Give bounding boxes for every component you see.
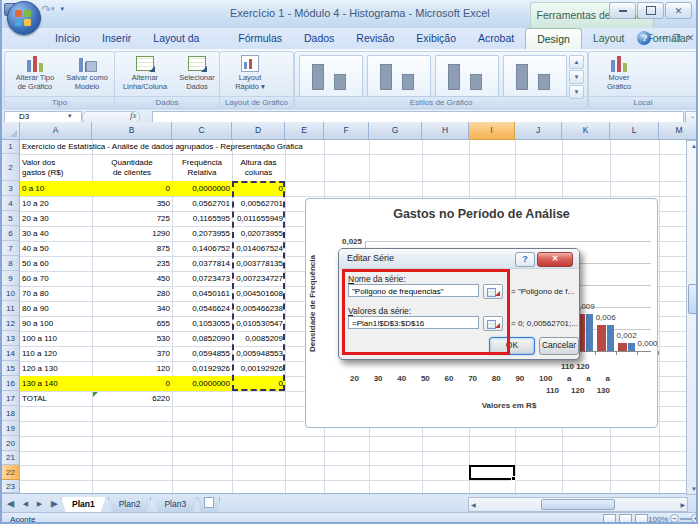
column-header-I[interactable]: I	[469, 122, 515, 140]
fill-handle[interactable]	[511, 476, 516, 481]
row-header-9[interactable]: 9	[2, 271, 20, 286]
cell[interactable]: 530	[92, 331, 172, 346]
column-header-F[interactable]: F	[324, 122, 369, 140]
cell[interactable]: Altura das colunas	[232, 154, 285, 181]
cell[interactable]: 0 a 10	[20, 181, 92, 196]
tab-acrobat[interactable]: Acrobat	[467, 28, 525, 49]
workbook-close-icon[interactable]: ✕	[686, 31, 694, 45]
row-header-15[interactable]: 15	[2, 361, 20, 376]
cell[interactable]: 0,0000000	[172, 376, 232, 391]
cell[interactable]: 655	[92, 316, 172, 331]
tab-layout[interactable]: Layout	[582, 28, 636, 49]
row-header-17[interactable]: 17	[2, 391, 20, 406]
scroll-right-icon[interactable]: ▶	[680, 501, 685, 508]
tab-fórmulas[interactable]: Fórmulas	[227, 28, 293, 49]
next-sheet-icon[interactable]: ▶	[33, 497, 46, 510]
active-cell[interactable]	[469, 465, 515, 480]
cell[interactable]: 370	[92, 346, 172, 361]
workbook-minimize-icon[interactable]: —	[657, 31, 666, 45]
column-header-C[interactable]: C	[172, 122, 232, 140]
sheet-title-cell[interactable]: Exercício de Estatística - Análise de da…	[20, 140, 420, 154]
scroll-left-icon[interactable]: ◀	[471, 501, 476, 508]
vertical-scrollbar[interactable]: ▲ ▼	[686, 140, 698, 495]
column-header-D[interactable]: D	[232, 122, 285, 140]
cancel-button[interactable]: Cancelar	[539, 337, 579, 355]
chart-style-thumbnail-2[interactable]	[367, 55, 431, 97]
cell[interactable]: 0,0450161	[172, 286, 232, 301]
cell[interactable]: 6220	[92, 391, 172, 406]
row-header-11[interactable]: 11	[2, 301, 20, 316]
cell[interactable]: 0	[92, 181, 172, 196]
gallery-more-icon[interactable]: ▼	[569, 85, 584, 99]
row-header-19[interactable]: 19	[2, 421, 20, 436]
minimize-icon[interactable]	[609, 2, 636, 19]
cell[interactable]: 130 a 140	[20, 376, 92, 391]
column-header-H[interactable]: H	[422, 122, 469, 140]
cell[interactable]: 340	[92, 301, 172, 316]
cell[interactable]: 10 a 20	[20, 196, 92, 211]
cell[interactable]: 70 a 80	[20, 286, 92, 301]
zoom-in-icon[interactable]: +	[691, 514, 698, 523]
cell[interactable]: 0,1053055	[172, 316, 232, 331]
chart-style-thumbnail-3[interactable]	[435, 55, 499, 97]
help-icon[interactable]: ?	[637, 31, 651, 45]
office-button[interactable]	[7, 1, 41, 35]
cell[interactable]: 0,0377814	[172, 256, 232, 271]
page-break-view-icon[interactable]	[635, 514, 648, 524]
cell[interactable]: 40 a 50	[20, 241, 92, 256]
button-mover[interactable]: Mover Gráfico	[592, 54, 646, 96]
cell[interactable]: 235	[92, 256, 172, 271]
row-header-7[interactable]: 7	[2, 241, 20, 256]
insert-function-icon[interactable]: fx	[130, 110, 137, 120]
scroll-up-icon[interactable]: ▲	[687, 143, 698, 149]
select-all-corner[interactable]	[2, 122, 20, 140]
workbook-restore-icon[interactable]: ❐	[672, 31, 680, 45]
column-header-G[interactable]: G	[369, 122, 422, 140]
button-selecionar[interactable]: Selecionar Dados	[170, 54, 224, 96]
cell[interactable]: 50 a 60	[20, 256, 92, 271]
column-header-K[interactable]: K	[562, 122, 610, 140]
scroll-down-icon[interactable]: ▼	[691, 486, 697, 492]
row-header-4[interactable]: 4	[2, 196, 20, 211]
cell[interactable]: 0,1406752	[172, 241, 232, 256]
cell[interactable]: 80 a 90	[20, 301, 92, 316]
column-header-M[interactable]: M	[659, 122, 698, 140]
cell[interactable]: Quantidade de clientes	[92, 154, 172, 181]
cell[interactable]: 280	[92, 286, 172, 301]
zoom-out-icon[interactable]: −	[670, 514, 679, 523]
close-icon[interactable]: ✕	[665, 2, 692, 19]
cell[interactable]: 0,2073955	[172, 226, 232, 241]
row-header-1[interactable]: 1	[2, 140, 20, 154]
cell[interactable]: 30 a 40	[20, 226, 92, 241]
chart-style-thumbnail-4[interactable]	[503, 55, 567, 97]
redo-icon[interactable]: ↷▾	[40, 1, 57, 17]
tab-dados[interactable]: Dados	[293, 28, 345, 49]
tab-início[interactable]: Início	[44, 28, 91, 49]
cell[interactable]: 60 a 70	[20, 271, 92, 286]
row-header-18[interactable]: 18	[2, 406, 20, 421]
gallery-down-icon[interactable]: ▼	[569, 70, 584, 84]
cell[interactable]: 0,0192926	[172, 361, 232, 376]
cell[interactable]: TOTAL	[20, 391, 92, 406]
cell[interactable]: 0,0546624	[172, 301, 232, 316]
tab-exibição[interactable]: Exibição	[405, 28, 467, 49]
cell[interactable]: 0,0562701	[172, 196, 232, 211]
cell[interactable]: 450	[92, 271, 172, 286]
row-header-21[interactable]: 21	[2, 451, 20, 465]
first-sheet-icon[interactable]: ◀▌	[5, 497, 18, 510]
tab-revisão[interactable]: Revisão	[345, 28, 405, 49]
vertical-scroll-thumb[interactable]	[688, 284, 698, 314]
button-salvar-como[interactable]: Salvar como Modelo	[60, 54, 114, 96]
row-header-14[interactable]: 14	[2, 346, 20, 361]
cell[interactable]: 100 a 110	[20, 331, 92, 346]
gallery-up-icon[interactable]: ▲	[569, 55, 584, 69]
dialog-close-icon[interactable]: ✕	[537, 252, 573, 267]
name-box-dropdown-icon[interactable]: ▾	[68, 112, 72, 120]
row-header-20[interactable]: 20	[2, 436, 20, 451]
cell[interactable]: 725	[92, 211, 172, 226]
chart-style-thumbnail-1[interactable]	[299, 55, 363, 97]
row-header-12[interactable]: 12	[2, 316, 20, 331]
cell[interactable]: Valor dos gastos (R$)	[20, 154, 92, 181]
cell[interactable]: 20 a 30	[20, 211, 92, 226]
column-header-J[interactable]: J	[515, 122, 562, 140]
